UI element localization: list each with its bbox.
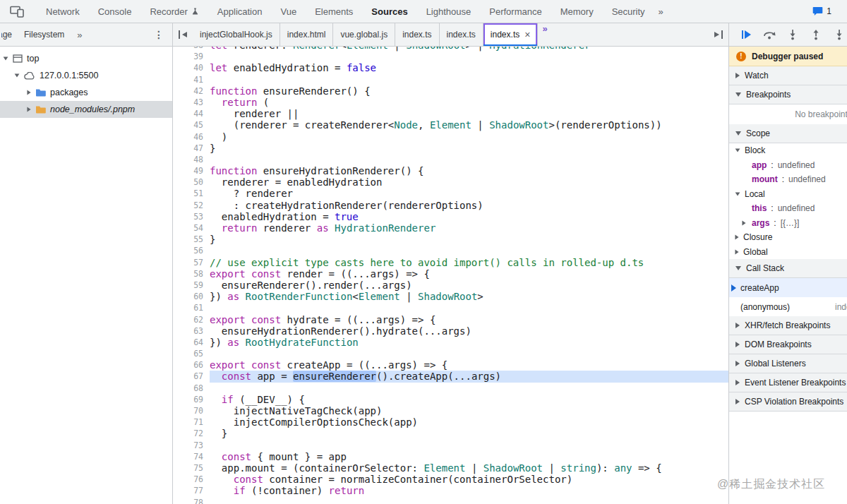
code-line-text[interactable]: export const hydrate = ((...args) => {: [210, 314, 728, 325]
code-line-text[interactable]: const container = normalizeContainer(con…: [210, 474, 728, 485]
code-line-text[interactable]: ): [210, 131, 728, 143]
step-button[interactable]: [831, 26, 847, 43]
scope-group-block[interactable]: Block: [729, 143, 847, 158]
section-call-stack[interactable]: Call Stack: [729, 259, 847, 278]
code-line-text[interactable]: if (__DEV__) {: [210, 394, 728, 405]
panel-tab-performance[interactable]: Performance: [480, 0, 551, 23]
code-line-text[interactable]: enabledHydration = true: [210, 211, 728, 222]
code-line-text[interactable]: [210, 302, 728, 313]
panel-tab-memory[interactable]: Memory: [551, 0, 603, 23]
code-line-text[interactable]: // use explicit type casts here to avoid…: [210, 257, 728, 268]
panel-tab-lighthouse[interactable]: Lighthouse: [417, 0, 481, 23]
line-number[interactable]: 43: [173, 97, 210, 108]
line-number[interactable]: 63: [173, 325, 210, 337]
code-line-text[interactable]: ensureHydrationRenderer().hydrate(...arg…: [210, 325, 728, 337]
code-line-text[interactable]: }: [210, 143, 728, 154]
panel-tab-network[interactable]: Network: [37, 0, 89, 23]
panel-tab-application[interactable]: Application: [208, 0, 272, 23]
scope-group-closure[interactable]: Closure: [729, 230, 847, 245]
panel-tab-console[interactable]: Console: [89, 0, 141, 23]
line-number[interactable]: 48: [173, 154, 210, 165]
line-number[interactable]: 50: [173, 176, 210, 188]
code-line-text[interactable]: function ensureHydrationRenderer() {: [210, 165, 728, 176]
panel-tab-recorder[interactable]: Recorder: [140, 0, 208, 23]
code-line-text[interactable]: return renderer as HydrationRenderer: [210, 222, 728, 234]
more-navigator-tabs-icon[interactable]: »: [73, 30, 86, 40]
file-tab-index-ts[interactable]: index.ts×: [483, 23, 539, 46]
line-number[interactable]: 69: [173, 394, 210, 405]
code-line-text[interactable]: }) as RootRenderFunction<Element | Shado…: [210, 291, 728, 302]
line-number[interactable]: 67: [173, 371, 210, 382]
section-dom-breakpoints[interactable]: DOM Breakpoints: [729, 335, 847, 354]
code-line-text[interactable]: [210, 51, 728, 62]
call-frame-createapp[interactable]: createApp: [729, 278, 847, 297]
tree-item-packages[interactable]: packages: [0, 84, 172, 101]
code-line-text[interactable]: [210, 348, 728, 359]
line-number[interactable]: 45: [173, 119, 210, 131]
line-number[interactable]: 56: [173, 245, 210, 256]
line-number[interactable]: 57: [173, 257, 210, 268]
code-line-text[interactable]: export const createApp = ((...args) => {: [210, 359, 728, 371]
line-number[interactable]: 51: [173, 188, 210, 199]
code-line-text[interactable]: const { mount } = app: [210, 451, 728, 462]
line-number[interactable]: 39: [173, 51, 210, 62]
code-line-text[interactable]: [210, 245, 728, 256]
code-line-text[interactable]: [210, 383, 728, 394]
code-line-text[interactable]: return (: [210, 97, 728, 108]
code-line-text[interactable]: [210, 154, 728, 165]
code-line-text[interactable]: renderer = enabledHydration: [210, 176, 728, 188]
section-breakpoints[interactable]: Breakpoints: [729, 85, 847, 104]
line-number[interactable]: 68: [173, 383, 210, 394]
line-number[interactable]: 73: [173, 440, 210, 451]
line-number[interactable]: 60: [173, 291, 210, 302]
line-number[interactable]: 70: [173, 405, 210, 416]
code-line-text[interactable]: let enabledHydration = false: [210, 62, 728, 73]
issues-counter-button[interactable]: 1: [812, 6, 831, 16]
line-number[interactable]: 72: [173, 428, 210, 439]
line-number[interactable]: 62: [173, 314, 210, 325]
section-csp-violation-breakpoints[interactable]: CSP Violation Breakpoints: [729, 392, 847, 412]
code-line-text[interactable]: ? renderer: [210, 188, 728, 199]
file-tab-index-html[interactable]: index.html: [280, 23, 334, 46]
line-number[interactable]: 44: [173, 108, 210, 119]
line-number[interactable]: 53: [173, 211, 210, 222]
line-number[interactable]: 59: [173, 280, 210, 291]
line-number[interactable]: 61: [173, 302, 210, 313]
call-frame-anonymous[interactable]: (anonymous)index.ts: [729, 297, 847, 316]
code-line-text[interactable]: injectCompilerOptionsCheck(app): [210, 416, 728, 428]
code-line-text[interactable]: export const render = ((...args) => {: [210, 268, 728, 280]
line-number[interactable]: 66: [173, 359, 210, 371]
section-watch[interactable]: Watch: [729, 66, 847, 85]
tab-page[interactable]: Page: [1, 30, 16, 40]
line-number[interactable]: 42: [173, 85, 210, 97]
tree-item-top[interactable]: top: [0, 50, 172, 67]
file-tab-vue-global-js[interactable]: vue.global.js: [333, 23, 395, 46]
code-line-text[interactable]: }) as RootHydrateFunction: [210, 337, 728, 348]
line-number[interactable]: 54: [173, 222, 210, 234]
step-over-button[interactable]: [761, 26, 778, 43]
code-line-text[interactable]: ensureRenderer().render(...args): [210, 280, 728, 291]
close-tab-icon[interactable]: ×: [524, 30, 530, 40]
line-number[interactable]: 74: [173, 451, 210, 462]
panel-tab-elements[interactable]: Elements: [306, 0, 362, 23]
toggle-navigator-icon[interactable]: [173, 23, 193, 46]
panel-tab-security[interactable]: Security: [603, 0, 654, 23]
tab-filesystem[interactable]: Filesystem: [17, 30, 71, 40]
line-number[interactable]: 71: [173, 416, 210, 428]
line-number[interactable]: 49: [173, 165, 210, 176]
panel-tab-vue[interactable]: Vue: [271, 0, 306, 23]
line-number[interactable]: 64: [173, 337, 210, 348]
code-line-text[interactable]: (renderer = createRenderer<Node, Element…: [210, 119, 728, 131]
line-number[interactable]: 55: [173, 234, 210, 245]
section-global-listeners[interactable]: Global Listeners: [729, 354, 847, 373]
code-editor[interactable]: 38let renderer: Renderer<Element | Shado…: [173, 47, 728, 504]
code-line-text[interactable]: [210, 497, 728, 504]
tree-item-node-modules-pnpm[interactable]: node_modules/.pnpm: [0, 101, 172, 118]
panel-tab-sources[interactable]: Sources: [362, 0, 416, 23]
line-number[interactable]: 76: [173, 474, 210, 485]
code-line-text[interactable]: const app = ensureRenderer().createApp(.…: [210, 371, 728, 382]
line-number[interactable]: 58: [173, 268, 210, 280]
code-line-text[interactable]: app.mount = (containerOrSelector: Elemen…: [210, 462, 728, 474]
more-editor-tabs-icon[interactable]: »: [538, 23, 551, 46]
code-line-text[interactable]: renderer ||: [210, 108, 728, 119]
